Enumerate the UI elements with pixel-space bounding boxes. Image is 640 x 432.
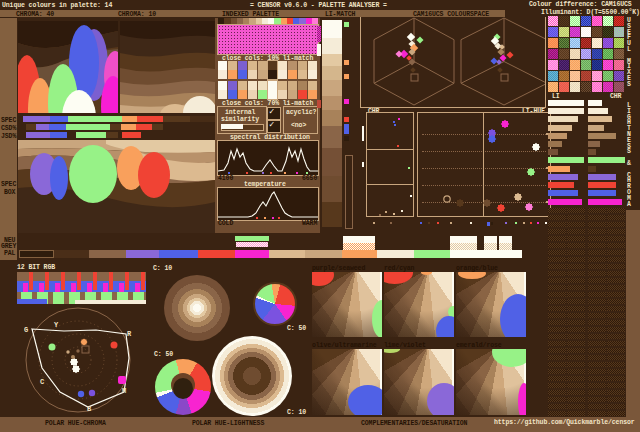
svg-text:C: C [40,378,44,386]
svg-text:M: M [122,387,126,395]
svg-text:G: G [24,326,28,334]
svg-text:R: R [127,330,132,338]
svg-text:Y: Y [54,321,59,329]
